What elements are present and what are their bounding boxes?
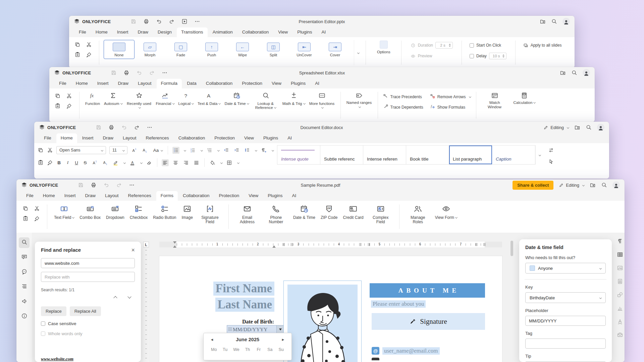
signature-field[interactable]: Signature [372, 313, 485, 330]
formula-button-financial[interactable]: Financial [155, 91, 176, 111]
sidebar-about[interactable] [19, 311, 30, 322]
form-field-button-complex-field[interactable]: Complex Field [367, 204, 395, 225]
customize-quick-access-button[interactable] [147, 124, 153, 130]
right-panel-textart-settings[interactable] [617, 318, 623, 326]
pdf-tab-draw[interactable]: Draw [81, 191, 100, 201]
superscript-button[interactable] [91, 159, 98, 166]
transition-morph[interactable]: ▱Morph [135, 40, 165, 59]
form-field-button-email-address[interactable]: Email Address [233, 204, 261, 225]
redo-button[interactable] [116, 182, 122, 188]
transition-push[interactable]: ↑Push [196, 40, 227, 59]
form-field-button-signature-field[interactable]: Signature Field [196, 204, 224, 225]
search-button[interactable] [601, 182, 607, 188]
copy-style-button[interactable] [66, 103, 73, 109]
sheet-tab-insert[interactable]: Insert [93, 79, 113, 88]
select-tool-button[interactable] [548, 159, 554, 165]
pdf-tab-references[interactable]: References [124, 191, 156, 201]
copy-button[interactable] [55, 93, 61, 99]
doc-tab-references[interactable]: References [142, 133, 173, 143]
form-field-button-credit-card[interactable]: Credit Card [340, 204, 366, 225]
replace-input[interactable] [41, 272, 135, 282]
next-month-button[interactable]: ► [279, 338, 287, 342]
numbering-button[interactable] [189, 147, 196, 154]
transition-fade[interactable]: ▢Fade [165, 40, 196, 59]
chevron-down-icon[interactable] [123, 161, 126, 164]
transition-uncover[interactable]: ⇤UnCover [289, 40, 320, 59]
font-color-button[interactable] [129, 159, 136, 166]
pres-tab-home[interactable]: Home [91, 27, 112, 37]
cut-button[interactable] [47, 147, 53, 153]
highlight-color-button[interactable] [112, 159, 119, 166]
trace-trace-dependents[interactable]: Trace Dependents [383, 104, 425, 110]
transition-wipe[interactable]: ←Wipe [227, 40, 258, 59]
pres-tab-ai[interactable]: AI [317, 27, 330, 37]
chevron-down-icon[interactable] [140, 161, 143, 164]
first-line-indent-marker[interactable] [173, 241, 176, 244]
formula-button-date-time[interactable]: Date & Time [223, 91, 250, 111]
date-dropdown-button[interactable] [276, 325, 284, 334]
start-slideshow-button[interactable] [181, 18, 187, 24]
horizontal-ruler[interactable]: 1234567 [159, 242, 502, 247]
formula-button-more-functions[interactable]: More functions [308, 91, 336, 111]
paste-button[interactable] [74, 52, 81, 58]
chevron-down-icon[interactable] [237, 161, 239, 164]
pdf-tab-insert[interactable]: Insert [60, 191, 80, 201]
pres-tab-transitions[interactable]: Transitions [177, 27, 208, 37]
line-spacing-button[interactable] [244, 147, 251, 154]
preview-button[interactable]: Preview [418, 54, 432, 58]
align-center-button[interactable] [172, 159, 179, 166]
doc-tab-protection[interactable]: Protection [210, 133, 239, 143]
cut-button[interactable] [66, 93, 73, 99]
decrease-indent-button[interactable] [223, 147, 230, 154]
pdf-tab-ai[interactable]: AI [288, 191, 301, 201]
paste-button[interactable] [22, 216, 29, 222]
previous-month-button[interactable]: ◄ [208, 338, 216, 342]
undo-button[interactable] [156, 18, 162, 24]
doc-tab-insert[interactable]: Insert [78, 133, 98, 143]
form-field-button-phone-number[interactable]: Phone Number [262, 204, 290, 225]
named-ranges-button[interactable]: Named ranges [345, 91, 373, 110]
transition-none[interactable]: None [104, 40, 135, 59]
about-me-field[interactable]: Please enter about you [371, 300, 426, 308]
copy-button[interactable] [22, 205, 29, 212]
pres-tab-collaboration[interactable]: Collaboration [238, 27, 273, 37]
form-field-button-zip-code[interactable]: ZIP Code [318, 204, 340, 225]
photo-field[interactable] [283, 281, 362, 362]
formula-button-recently-used[interactable]: Recently used [125, 91, 153, 111]
chevron-down-icon[interactable] [272, 149, 274, 151]
sidebar-feedback[interactable] [19, 296, 30, 307]
cut-button[interactable] [34, 205, 41, 212]
spinner-arrows-icon[interactable] [449, 44, 451, 47]
duration-input[interactable]: 2 s [435, 42, 453, 49]
style-caption[interactable]: Caption [492, 145, 535, 164]
justify-button[interactable] [193, 159, 200, 166]
right-panel-paragraph-settings[interactable] [617, 238, 623, 246]
shading-button[interactable] [209, 159, 216, 166]
open-file-location-button[interactable] [590, 182, 596, 188]
formula-button-text-data[interactable]: Text & Data [196, 91, 222, 111]
strikethrough-button[interactable]: S [83, 160, 88, 165]
delay-input[interactable]: 10 s [489, 53, 506, 59]
form-field-button-combo-box[interactable]: Combo Box [77, 204, 103, 225]
style-intense-referen[interactable]: Intense referen [363, 145, 406, 164]
sheet-tab-file[interactable]: File [55, 79, 71, 88]
doc-tab-draw[interactable]: Draw [99, 133, 118, 143]
save-button[interactable] [111, 70, 117, 76]
change-case-button[interactable]: Aa [152, 147, 163, 154]
sheet-tab-home[interactable]: Home [71, 79, 92, 88]
undo-button[interactable] [136, 70, 142, 76]
doc-tab-plugins[interactable]: Plugins [259, 133, 282, 143]
tab-stop-selector[interactable]: L [143, 242, 149, 247]
open-file-location-button[interactable] [560, 70, 566, 76]
pres-tab-draw[interactable]: Draw [133, 27, 153, 37]
open-file-location-button[interactable] [574, 124, 580, 130]
font-name-select[interactable]: Open Sans [56, 146, 106, 154]
calendar-month-label[interactable]: June 2025 [236, 337, 259, 342]
avatar[interactable] [562, 18, 570, 25]
formula-button-function[interactable]: Function [84, 91, 101, 111]
doc-tab-layout[interactable]: Layout [118, 133, 141, 143]
pres-tab-design[interactable]: Design [153, 27, 176, 37]
formula-button-lookup-reference[interactable]: Lookup & Reference [252, 91, 280, 111]
placeholder-input[interactable] [525, 316, 606, 326]
increase-font-button[interactable] [131, 147, 138, 154]
